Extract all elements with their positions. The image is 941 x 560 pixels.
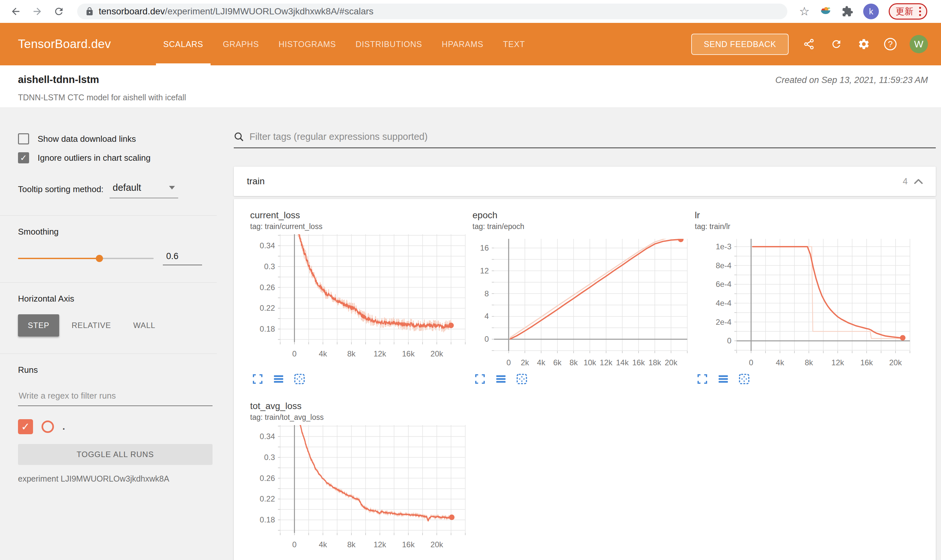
svg-text:0.3: 0.3 xyxy=(264,262,275,271)
svg-text:4k: 4k xyxy=(319,540,327,549)
update-label: 更新 xyxy=(896,6,913,17)
toggle-y-axis-icon[interactable] xyxy=(272,373,285,385)
tab-graphs[interactable]: GRAPHS xyxy=(213,23,269,65)
url-domain: tensorboard.dev xyxy=(99,6,165,17)
run-name: . xyxy=(62,422,65,432)
svg-text:16k: 16k xyxy=(402,540,415,549)
svg-text:0.34: 0.34 xyxy=(260,432,275,441)
chart-tag: tag: train/epoch xyxy=(472,222,688,231)
svg-text:0.18: 0.18 xyxy=(260,325,275,333)
tooltip-sorting-label: Tooltip sorting method: xyxy=(18,184,103,198)
header-actions: SEND FEEDBACK ? W xyxy=(691,23,928,65)
svg-text:6e-4: 6e-4 xyxy=(716,280,731,289)
chart-plot-area[interactable]: 048121602k4k6k8k10k12k14k16k18k20k xyxy=(472,233,688,366)
filter-tags-input[interactable] xyxy=(250,131,936,142)
run-checkbox[interactable]: ✓ xyxy=(18,419,33,434)
collapse-chevron-icon[interactable] xyxy=(914,179,923,184)
browser-profile-avatar[interactable]: k xyxy=(863,4,879,19)
svg-text:4: 4 xyxy=(484,312,489,320)
svg-text:0: 0 xyxy=(292,540,296,549)
browser-update-button[interactable]: 更新 xyxy=(889,3,927,20)
tab-histograms[interactable]: HISTOGRAMS xyxy=(269,23,346,65)
tab-scalars[interactable]: SCALARS xyxy=(153,23,213,65)
chart-plot-area[interactable]: 0.340.30.260.220.1804k8k12k16k20k xyxy=(250,424,466,557)
send-feedback-button[interactable]: SEND FEEDBACK xyxy=(691,34,789,55)
settings-sidebar: Show data download links ✓ Ignore outlie… xyxy=(0,108,217,560)
svg-text:0.18: 0.18 xyxy=(260,515,275,524)
chart-toolbar xyxy=(472,373,688,385)
search-icon xyxy=(234,132,244,142)
settings-gear-icon[interactable] xyxy=(857,37,871,51)
toggle-y-axis-icon[interactable] xyxy=(495,373,507,385)
expand-chart-icon[interactable] xyxy=(696,373,708,385)
svg-text:8k: 8k xyxy=(569,358,578,366)
tooltip-sorting-select[interactable]: default xyxy=(110,182,178,198)
svg-text:2k: 2k xyxy=(521,358,529,366)
svg-text:6k: 6k xyxy=(553,358,562,366)
smoothing-value[interactable]: 0.6 xyxy=(163,251,202,265)
extension-bowl-icon[interactable] xyxy=(819,5,832,18)
svg-text:0: 0 xyxy=(506,358,511,366)
run-color-swatch[interactable] xyxy=(42,420,54,433)
svg-text:10k: 10k xyxy=(584,358,597,366)
fit-domain-icon[interactable] xyxy=(515,373,528,385)
svg-text:1e-3: 1e-3 xyxy=(716,242,731,251)
smoothing-slider-row: 0.6 xyxy=(18,251,202,265)
toggle-all-runs-button[interactable]: TOGGLE ALL RUNS xyxy=(18,444,213,465)
bookmark-star-icon[interactable]: ☆ xyxy=(799,6,810,17)
back-icon[interactable] xyxy=(9,4,23,18)
divider xyxy=(0,282,217,283)
browser-menu-icon[interactable] xyxy=(918,6,922,17)
chart-tot_avg_loss: tot_avg_losstag: train/tot_avg_loss0.340… xyxy=(250,401,466,560)
address-bar[interactable]: tensorboard.dev/experiment/LJI9MWUORLOw3… xyxy=(77,4,787,19)
runs-label: Runs xyxy=(18,365,202,375)
axis-button-step[interactable]: STEP xyxy=(18,314,59,337)
chart-lr: lrtag: train/lr1e-38e-46e-44e-42e-4004k8… xyxy=(695,210,910,385)
smoothing-slider[interactable] xyxy=(18,258,154,259)
reload-icon[interactable] xyxy=(52,4,66,18)
show-download-links-checkbox[interactable] xyxy=(18,133,29,145)
horizontal-axis-buttons: STEPRELATIVEWALL xyxy=(18,314,202,337)
slider-knob[interactable] xyxy=(96,255,103,262)
svg-text:4k: 4k xyxy=(319,349,327,358)
svg-text:16k: 16k xyxy=(402,349,415,358)
tab-text[interactable]: TEXT xyxy=(493,23,535,65)
fit-domain-icon[interactable] xyxy=(293,373,306,385)
fit-domain-icon[interactable] xyxy=(738,373,750,385)
nav-tabs: SCALARSGRAPHSHISTOGRAMSDISTRIBUTIONSHPAR… xyxy=(153,23,535,65)
svg-text:0.3: 0.3 xyxy=(264,453,275,462)
ignore-outliers-checkbox[interactable]: ✓ xyxy=(18,152,29,163)
axis-button-wall[interactable]: WALL xyxy=(123,314,165,337)
svg-text:0.22: 0.22 xyxy=(260,494,275,503)
expand-chart-icon[interactable] xyxy=(251,373,264,385)
svg-text:0: 0 xyxy=(749,358,753,366)
user-avatar[interactable]: W xyxy=(910,35,928,53)
tensorboard-logo[interactable]: TensorBoard.dev xyxy=(18,37,111,51)
toolbar-right: ☆ k 更新 xyxy=(799,3,927,20)
show-download-links-row[interactable]: Show data download links xyxy=(18,133,202,145)
toggle-y-axis-icon[interactable] xyxy=(717,373,730,385)
share-icon[interactable] xyxy=(802,37,816,51)
help-icon[interactable]: ? xyxy=(884,38,896,50)
tab-hparams[interactable]: HPARAMS xyxy=(432,23,493,65)
browser-toolbar: tensorboard.dev/experiment/LJI9MWUORLOw3… xyxy=(0,0,941,23)
charts-card: current_losstag: train/current_loss0.340… xyxy=(234,199,936,560)
expand-chart-icon[interactable] xyxy=(474,373,486,385)
train-section-header[interactable]: train 4 xyxy=(234,167,936,196)
extensions-puzzle-icon[interactable] xyxy=(842,6,853,17)
run-row[interactable]: ✓ . xyxy=(18,419,202,434)
svg-text:20k: 20k xyxy=(430,349,444,358)
url-path: /experiment/LJI9MWUORLOw3jkdhxwk8A/#scal… xyxy=(165,6,373,17)
ignore-outliers-row[interactable]: ✓ Ignore outliers in chart scaling xyxy=(18,152,202,163)
forward-icon[interactable] xyxy=(30,4,45,18)
svg-text:0: 0 xyxy=(292,349,296,358)
tab-distributions[interactable]: DISTRIBUTIONS xyxy=(346,23,432,65)
experiment-created-date: Created on Sep 13, 2021, 11:59:23 AM xyxy=(775,75,928,85)
axis-button-relative[interactable]: RELATIVE xyxy=(62,314,121,337)
chart-plot-area[interactable]: 1e-38e-46e-44e-42e-4004k8k12k16k20k xyxy=(695,233,910,366)
refresh-icon[interactable] xyxy=(829,37,844,51)
tooltip-sorting-row: Tooltip sorting method: default xyxy=(18,182,202,198)
runs-regex-input[interactable] xyxy=(18,388,213,406)
chart-plot-area[interactable]: 0.340.30.260.220.1804k8k12k16k20k xyxy=(250,233,466,366)
experiment-id-text: experiment LJI9MWUORLOw3jkdhxwk8A xyxy=(18,474,202,483)
